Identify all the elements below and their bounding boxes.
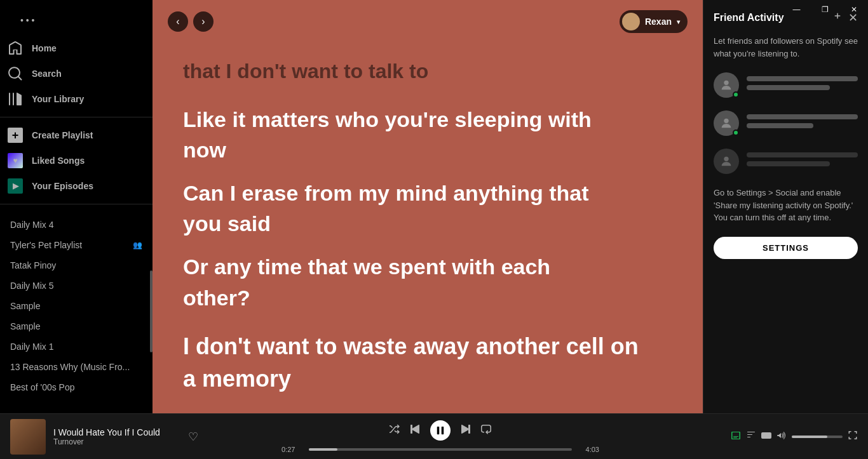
your-episodes-icon: ▶ [8, 178, 23, 194]
progress-bar[interactable] [309, 448, 572, 451]
friend-activity-line [747, 114, 858, 119]
sidebar-item-liked-songs[interactable]: ♥ Liked Songs [0, 148, 153, 173]
sidebar-item-your-episodes[interactable]: ▶ Your Episodes [0, 173, 153, 199]
create-playlist-label: Create Playlist [32, 130, 93, 140]
minimize-button[interactable]: — [782, 0, 811, 19]
lyric-line-current: a memory [183, 364, 672, 394]
playlist-name: Daily Mix 5 [10, 281, 142, 291]
playlist-name: Sample [10, 321, 142, 331]
queue-button[interactable] [746, 430, 756, 443]
playlist-item-daily-mix-5[interactable]: Daily Mix 5 [0, 276, 153, 296]
friend-activity-line [747, 152, 858, 157]
svg-point-2 [724, 119, 728, 123]
forward-button[interactable]: › [193, 11, 214, 32]
playlist-item-13-reasons[interactable]: 13 Reasons Why (Music Fro... [0, 357, 153, 377]
sidebar-item-search[interactable]: Search [0, 61, 153, 86]
svg-point-1 [724, 81, 728, 85]
previous-button[interactable] [410, 424, 420, 437]
player-right [680, 430, 858, 443]
fullscreen-button[interactable] [848, 430, 858, 443]
playlist-list: Daily Mix 4 Tyler's Pet Playlist 👥 Tatak… [0, 210, 153, 413]
volume-slider[interactable] [792, 436, 843, 438]
friend-activity-lines [747, 152, 858, 170]
lyric-line: Like it matters who you're sleeping with [183, 105, 672, 133]
track-name: I Would Hate You If I Could [53, 427, 178, 437]
lyric-line-current: I don't want to waste away another cell … [183, 332, 672, 362]
friend-item-1 [714, 72, 858, 98]
sidebar-divider-1 [0, 117, 153, 117]
volume-button[interactable] [776, 430, 787, 443]
next-button[interactable] [461, 424, 471, 437]
online-indicator [733, 130, 739, 136]
player-left: I Would Hate You If I Could Turnover ♡ [10, 419, 201, 455]
lyric-line: other? [183, 284, 672, 312]
sidebar-item-home-label: Home [32, 43, 57, 53]
three-dots-menu[interactable]: • • • [10, 10, 147, 30]
playlist-item-tatak-pinoy[interactable]: Tatak Pinoy [0, 255, 153, 276]
settings-button[interactable]: SETTINGS [714, 237, 858, 259]
lyrics-button[interactable] [731, 430, 741, 443]
shuffle-button[interactable] [390, 424, 400, 437]
svg-point-3 [724, 157, 728, 161]
nav-buttons: ‹ › [168, 11, 214, 32]
current-time: 0:27 [281, 446, 304, 453]
your-episodes-label: Your Episodes [32, 181, 93, 191]
lyric-line: you said [183, 210, 672, 237]
friend-panel-title: Friend Activity [714, 12, 784, 23]
lyric-line-current: When you're just another meaningless [183, 409, 672, 413]
devices-button[interactable] [761, 430, 771, 443]
player-controls [390, 420, 491, 441]
user-name: Rexan [645, 17, 672, 27]
sidebar-item-search-label: Search [32, 69, 62, 79]
friend-avatar-3 [714, 149, 739, 174]
playlist-item-daily-mix-1[interactable]: Daily Mix 1 [0, 336, 153, 357]
lyric-line: Can I erase from my mind anything that [183, 179, 672, 207]
settings-message: Go to Settings > Social and enable 'Shar… [714, 187, 858, 224]
friend-activity-line [747, 161, 830, 166]
playlist-item-daily-mix-4[interactable]: Daily Mix 4 [0, 215, 153, 235]
friend-activity-line [747, 123, 813, 128]
maximize-button[interactable]: ❐ [811, 0, 839, 19]
close-button[interactable]: ✕ [839, 0, 868, 19]
friend-activity-lines [747, 76, 858, 94]
friend-activity-message: Let friends and followers on Spotify see… [714, 35, 858, 60]
friend-avatar-2 [714, 110, 739, 136]
online-indicator [733, 91, 739, 98]
user-menu[interactable]: Rexan ▾ [620, 10, 688, 33]
album-art [10, 419, 46, 455]
search-icon [8, 66, 23, 81]
chevron-down-icon: ▾ [677, 18, 680, 25]
library-icon [8, 91, 23, 107]
lyric-break [183, 90, 672, 105]
collab-icon: 👥 [133, 241, 142, 249]
back-button[interactable]: ‹ [168, 11, 188, 32]
playlist-name: Tyler's Pet Playlist [10, 240, 133, 250]
liked-songs-label: Liked Songs [32, 156, 85, 166]
svg-point-0 [628, 16, 634, 22]
friend-activity-lines [747, 114, 858, 132]
home-icon [8, 41, 23, 56]
lyrics-area: that I don't want to talk to Like it mat… [153, 43, 703, 413]
player-center: 0:27 4:03 [201, 420, 680, 453]
sidebar-item-library-label: Your Library [32, 94, 84, 104]
sidebar-item-library[interactable]: Your Library [0, 86, 153, 112]
sidebar-item-home[interactable]: Home [0, 36, 153, 61]
playlist-item-tylers-pet[interactable]: Tyler's Pet Playlist 👥 [0, 235, 153, 255]
progress-fill [309, 448, 337, 451]
playlist-name: 13 Reasons Why (Music Fro... [10, 362, 142, 372]
sidebar-item-create-playlist[interactable]: + Create Playlist [0, 123, 153, 148]
playlist-item-sample-2[interactable]: Sample [0, 316, 153, 336]
repeat-button[interactable] [481, 424, 491, 437]
lyric-line: now [183, 136, 672, 164]
like-button[interactable]: ♡ [186, 427, 201, 446]
friend-activity-panel: Friend Activity ✕ Let friends and follow… [703, 0, 868, 413]
playlist-name: Tatak Pinoy [10, 260, 142, 270]
track-info: I Would Hate You If I Could Turnover [53, 427, 178, 446]
playlist-item-best-00s[interactable]: Best of '00s Pop [0, 377, 153, 397]
playlist-name: Sample [10, 301, 142, 311]
playlist-item-sample-1[interactable]: Sample [0, 296, 153, 316]
friend-avatar-1 [714, 72, 739, 98]
friend-activity-line [747, 76, 858, 81]
pause-button[interactable] [430, 420, 451, 441]
main-header: ‹ › Rexan ▾ [153, 0, 703, 43]
